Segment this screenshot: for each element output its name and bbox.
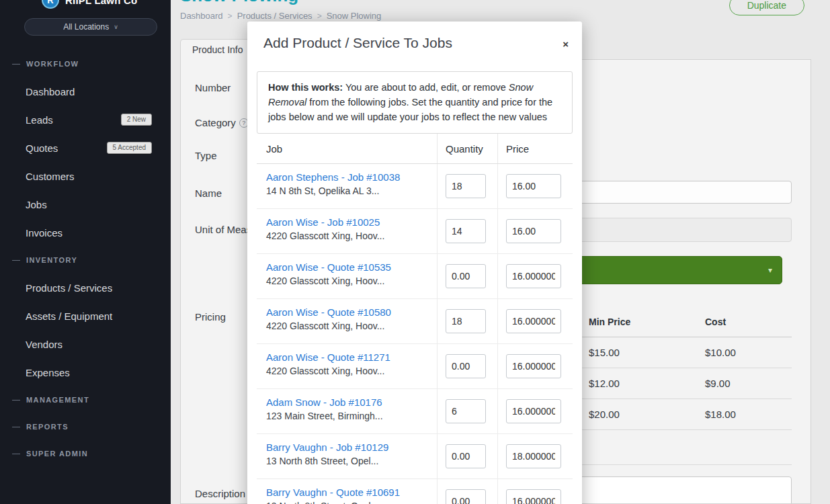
sidebar-item-dashboard[interactable]: Dashboard (0, 77, 171, 106)
job-link[interactable]: Aaron Wise - Quote #10535 (266, 261, 437, 273)
quantity-cell (437, 434, 497, 478)
sidebar-item-products-services[interactable]: Products / Services (0, 274, 171, 302)
section-dash (12, 454, 20, 454)
quantity-cell (437, 209, 497, 253)
price-input[interactable] (506, 219, 561, 243)
breadcrumb-separator: > (228, 11, 233, 21)
category-label: Category? (195, 117, 249, 128)
sidebar-item-invoices[interactable]: Invoices (0, 218, 171, 247)
job-cell: Aaron Stephens - Job #10038 14 N 8th St,… (257, 164, 437, 208)
category-label-text: Category (195, 117, 236, 128)
quantity-input[interactable] (446, 309, 486, 333)
sidebar-item-customers[interactable]: Customers (0, 162, 171, 190)
nav-section-label: MANAGEMENT (26, 396, 89, 404)
quantity-input[interactable] (446, 399, 486, 423)
jobs-header-job: Job (257, 134, 437, 163)
job-address: 4220 Glasscott Xing, Hoov... (266, 321, 437, 331)
nav-section-reports: REPORTS (0, 413, 171, 440)
how-this-works-note: How this works: You are about to add, ed… (257, 71, 573, 134)
job-cell: Barry Vaughn - Quote #10691 13 North 8th… (257, 479, 437, 504)
company-logo: R RIIPL Lawn Co (42, 0, 137, 9)
job-address: 4220 Glasscott Xing, Hoov... (266, 366, 437, 376)
quantity-input[interactable] (446, 444, 486, 468)
sidebar-item-label: Quotes (26, 142, 58, 154)
close-icon[interactable]: × (563, 39, 569, 49)
tab-product-info[interactable]: Product Info (180, 39, 255, 60)
quantity-cell (437, 254, 497, 298)
job-address: 4220 Glasscott Xing, Hoov... (266, 230, 437, 241)
price-input[interactable] (506, 444, 561, 468)
job-link[interactable]: Aaron Wise - Quote #10580 (266, 306, 437, 318)
section-dash (12, 260, 20, 261)
job-link[interactable]: Aaron Wise - Quote #11271 (266, 351, 437, 363)
modal-body: How this works: You are about to add, ed… (247, 62, 582, 504)
sidebar-item-label: Jobs (26, 199, 47, 210)
quantity-input[interactable] (446, 174, 486, 198)
nav-section-management: MANAGEMENT (0, 386, 171, 413)
jobs-table-header: Job Quantity Price (257, 134, 573, 164)
breadcrumb-products-services[interactable]: Products / Services (237, 11, 313, 21)
sidebar-item-jobs[interactable]: Jobs (0, 190, 171, 218)
jobs-table-body: Aaron Stephens - Job #10038 14 N 8th St,… (257, 164, 573, 504)
section-dash (12, 64, 20, 65)
price-input[interactable] (506, 309, 561, 333)
sidebar-item-quotes[interactable]: Quotes 5 Accepted (0, 134, 171, 162)
job-row: Adam Snow - Job #10176 123 Main Street, … (257, 389, 573, 434)
pricing-min-price-value: $15.00 (583, 337, 700, 368)
nav-section-super-admin: SUPER ADMIN (0, 440, 171, 467)
nav-section-workflow: WORKFLOW (0, 50, 171, 77)
sidebar-item-vendors[interactable]: Vendors (0, 330, 171, 358)
pricing-header-min-price: Min Price (583, 306, 700, 337)
quantity-input[interactable] (446, 219, 486, 243)
job-address: 13 North 8th Street, Opel... (266, 501, 437, 504)
price-input[interactable] (506, 489, 561, 504)
price-input[interactable] (506, 354, 561, 378)
job-cell: Aaron Wise - Quote #10535 4220 Glasscott… (257, 254, 437, 298)
price-input[interactable] (506, 264, 561, 288)
job-cell: Aaron Wise - Quote #11271 4220 Glasscott… (257, 344, 437, 388)
price-cell (497, 209, 573, 253)
modal-title: Add Product / Service To Jobs (263, 35, 566, 51)
pricing-cost-value: $9.00 (700, 368, 792, 398)
sidebar-item-label: Assets / Equipment (26, 310, 112, 322)
info-bold: How this works: (268, 82, 343, 93)
location-selector[interactable]: All Locations ∨ (24, 18, 157, 36)
sidebar-item-label: Invoices (26, 227, 63, 239)
duplicate-button[interactable]: Duplicate (729, 0, 804, 15)
job-link[interactable]: Barry Vaughn - Job #10129 (266, 442, 437, 453)
pricing-min-price-value: $20.00 (583, 399, 700, 429)
sidebar-item-label: Leads (26, 114, 53, 126)
price-input[interactable] (506, 174, 561, 198)
nav-section-label: INVENTORY (26, 256, 77, 264)
job-link[interactable]: Aaron Stephens - Job #10038 (266, 171, 437, 183)
quantity-cell (437, 299, 497, 343)
quantity-input[interactable] (446, 354, 486, 378)
quantity-cell (437, 479, 497, 504)
sidebar-item-leads[interactable]: Leads 2 New (0, 106, 171, 134)
jobs-header-price: Price (497, 134, 573, 163)
job-address: 14 N 8th St, Opelika AL 3... (266, 185, 437, 196)
price-input[interactable] (506, 399, 561, 423)
quantity-input[interactable] (446, 489, 486, 504)
info-text: from the following jobs. Set the quantit… (268, 97, 552, 122)
job-link[interactable]: Aaron Wise - Job #10025 (266, 216, 437, 228)
job-row: Barry Vaughn - Quote #10691 13 North 8th… (257, 479, 573, 504)
nav-section-label: SUPER ADMIN (26, 450, 88, 458)
type-label: Type (195, 150, 217, 161)
jobs-header-quantity: Quantity (437, 134, 497, 163)
pricing-cost-value: $18.00 (700, 399, 792, 429)
price-cell (497, 434, 573, 478)
breadcrumb-dashboard[interactable]: Dashboard (180, 11, 223, 21)
pricing-header-cost: Cost (700, 306, 792, 337)
nav-section-inventory: INVENTORY (0, 247, 171, 274)
job-cell: Aaron Wise - Job #10025 4220 Glasscott X… (257, 209, 437, 253)
job-link[interactable]: Barry Vaughn - Quote #10691 (266, 487, 437, 498)
job-link[interactable]: Adam Snow - Job #10176 (266, 396, 437, 408)
quantity-input[interactable] (446, 264, 486, 288)
sidebar-item-expenses[interactable]: Expenses (0, 358, 171, 386)
section-dash (12, 400, 20, 401)
sidebar-item-assets-equipment[interactable]: Assets / Equipment (0, 302, 171, 330)
nav-section-label: WORKFLOW (26, 60, 79, 68)
pricing-label: Pricing (195, 311, 226, 323)
location-selector-label: All Locations (63, 22, 109, 32)
